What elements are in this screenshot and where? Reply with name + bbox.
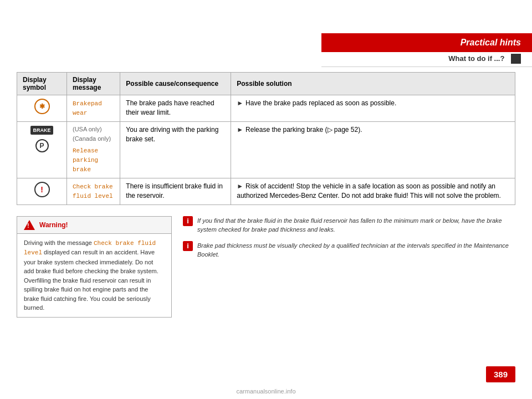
message-cell: Brakepad wear [67,95,120,122]
cause-cell: The brake pads have reached their wear l… [120,95,231,122]
header-subtitle: What to do if ...? [321,52,532,67]
col-display-message: Display message [67,73,120,95]
info-boxes: i If you find that the brake fluid in th… [183,216,515,318]
message-cell: (USA only) (Canada only) Release parking… [67,121,120,178]
table-row: BRAKE P (USA only) (Canada only) Release… [17,121,515,178]
table-row: ✱ Brakepad wear The brake pads have reac… [17,95,515,122]
p-circle-icon: P [35,139,49,152]
header: Practical hints What to do if ...? [321,33,532,67]
cause-cell: You are driving with the parking brake s… [120,121,231,178]
symbol-cell: BRAKE P [17,121,67,178]
symbol-cell: ✱ [17,95,67,122]
info-box-1: i If you find that the brake fluid in th… [183,216,515,234]
header-title: Practical hints [321,33,532,52]
warning-body: Driving with the message Check brake flu… [17,234,171,317]
warning-header: Warning! [17,217,171,234]
col-display-symbol: Display symbol [17,73,67,95]
symbol-cell: ! [17,178,67,204]
warning-title: Warning! [39,221,68,229]
message-cell: Check brakefluid level [67,178,120,204]
warning-box: Warning! Driving with the message Check … [17,216,172,318]
col-cause: Possible cause/consequence [120,73,231,95]
table-row: ! Check brakefluid level There is insuff… [17,178,515,204]
main-content: Display symbol Display message Possible … [17,72,515,318]
warning-triangle-icon [24,220,35,230]
cause-cell: There is insufficient brake fluid in the… [120,178,231,204]
col-solution: Possible solution [231,73,515,95]
info-icon-1: i [183,216,193,226]
exclaim-icon: ! [34,182,50,197]
bottom-section: Warning! Driving with the message Check … [17,216,515,318]
page-number: 389 [486,366,515,382]
solution-cell: ►Have the brake pads replaced as soon as… [231,95,515,122]
brake-label-icon: BRAKE [30,126,53,135]
info-icon-2: i [183,241,193,251]
table-header-row: Display symbol Display message Possible … [17,73,515,95]
solution-cell: ►Risk of accident! Stop the vehicle in a… [231,178,515,204]
info-box-2: i Brake pad thickness must be visually c… [183,241,515,259]
watermark: carmanualsonline.info [236,388,295,395]
data-table: Display symbol Display message Possible … [17,72,515,205]
solution-cell: ►Release the parking brake (▷ page 52). [231,121,515,178]
brake-warning-icon: ✱ [34,99,50,114]
